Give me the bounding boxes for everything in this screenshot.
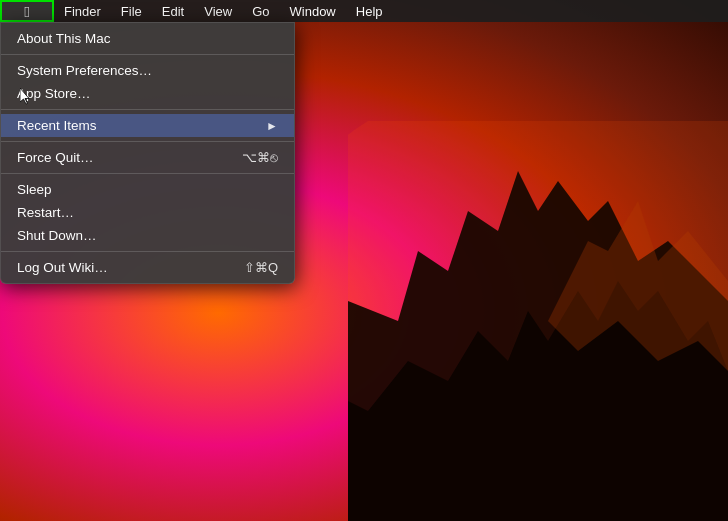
menu-item-force-quit[interactable]: Force Quit… ⌥⌘⎋ <box>1 146 294 169</box>
menu-item-recent-items-label: Recent Items <box>17 118 246 133</box>
menu-item-sleep-label: Sleep <box>17 182 278 197</box>
menu-item-sleep[interactable]: Sleep <box>1 178 294 201</box>
menu-item-shutdown[interactable]: Shut Down… <box>1 224 294 247</box>
menu-item-about[interactable]: About This Mac <box>1 27 294 50</box>
menu-item-shutdown-label: Shut Down… <box>17 228 278 243</box>
menu-item-system-prefs-label: System Preferences… <box>17 63 278 78</box>
menu-item-restart-label: Restart… <box>17 205 278 220</box>
menu-separator-1 <box>1 54 294 55</box>
menubar-window[interactable]: Window <box>280 0 346 22</box>
menu-item-force-quit-label: Force Quit… <box>17 150 222 165</box>
menu-item-recent-items[interactable]: Recent Items ► <box>1 114 294 137</box>
logout-shortcut: ⇧⌘Q <box>244 260 278 275</box>
menu-item-system-prefs[interactable]: System Preferences… <box>1 59 294 82</box>
menu-separator-3 <box>1 141 294 142</box>
menu-item-restart[interactable]: Restart… <box>1 201 294 224</box>
menu-item-logout[interactable]: Log Out Wiki… ⇧⌘Q <box>1 256 294 279</box>
menubar-view[interactable]: View <box>194 0 242 22</box>
menu-item-about-label: About This Mac <box>17 31 278 46</box>
menu-item-app-store[interactable]: App Store… <box>1 82 294 105</box>
menu-item-logout-label: Log Out Wiki… <box>17 260 224 275</box>
rock-formation <box>348 121 728 521</box>
menu-separator-4 <box>1 173 294 174</box>
menubar-items: Finder File Edit View Go Window Help <box>54 0 393 22</box>
apple-logo-icon:  <box>24 4 29 19</box>
menu-separator-2 <box>1 109 294 110</box>
menubar-go[interactable]: Go <box>242 0 279 22</box>
menu-item-app-store-label: App Store… <box>17 86 278 101</box>
menubar:  Finder File Edit View Go Window Help <box>0 0 728 22</box>
force-quit-shortcut: ⌥⌘⎋ <box>242 150 278 165</box>
menu-separator-5 <box>1 251 294 252</box>
menubar-help[interactable]: Help <box>346 0 393 22</box>
apple-dropdown-menu: About This Mac System Preferences… App S… <box>0 22 295 284</box>
mouse-cursor <box>20 88 32 106</box>
apple-menu-button[interactable]:  <box>0 0 54 22</box>
submenu-arrow-icon: ► <box>266 119 278 133</box>
menubar-finder[interactable]: Finder <box>54 0 111 22</box>
menubar-edit[interactable]: Edit <box>152 0 194 22</box>
menubar-file[interactable]: File <box>111 0 152 22</box>
